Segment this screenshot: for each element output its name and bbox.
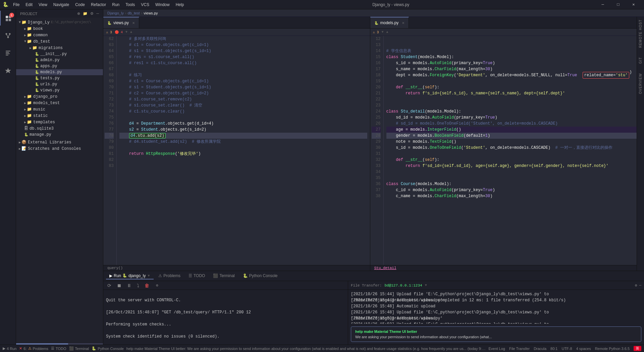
trans-5: [2021/10/26 15:50] Automatic upload bbox=[351, 315, 641, 321]
run-clear-button[interactable]: 🗑 bbox=[143, 282, 151, 289]
transfer-close-icon[interactable]: ─ bbox=[639, 283, 641, 288]
statusbar-theme[interactable]: Dracula bbox=[534, 347, 546, 351]
run-step-button[interactable]: ⤵ bbox=[136, 282, 141, 289]
activity-project[interactable]: 1 bbox=[0, 11, 16, 26]
left-collapse-icon[interactable]: ▲ bbox=[130, 30, 132, 34]
statusbar-terminal[interactable]: ⬛ Terminal bbox=[69, 346, 89, 351]
transfer-output: [2021/10/26 15:44] Upload file 'E:\C_pyt… bbox=[348, 290, 644, 324]
sidebar-item-tests[interactable]: 🐍 tests.py bbox=[16, 75, 103, 81]
python-console-tab[interactable]: 🐍 Python Console bbox=[239, 273, 281, 279]
new-file-icon[interactable]: ⊕ bbox=[77, 11, 80, 16]
minimize-button[interactable]: ─ bbox=[595, 0, 610, 9]
sidebar-item-static[interactable]: ▶ 📁 static bbox=[16, 113, 103, 119]
sidebar-item-admin[interactable]: 🐍 admin.py bbox=[16, 57, 103, 63]
statusbar-encoding[interactable]: UTF-8 bbox=[561, 347, 572, 351]
run-restart-button[interactable]: ⟳ bbox=[106, 282, 113, 289]
maximize-button[interactable]: □ bbox=[610, 0, 626, 9]
left-code-content[interactable]: # 多对多关联性问询 # c1 = Course.objects.get(c_i… bbox=[117, 36, 370, 265]
sidebar-item-music[interactable]: ▶ 📁 music bbox=[16, 106, 103, 113]
trans-4: [2021/10/26 15:48] Upload file 'E:\C_pyt… bbox=[351, 309, 641, 315]
right-code-content[interactable]: # 学生信息表 class Student(models.Model): s_i… bbox=[384, 36, 637, 265]
sidebar-item-templates[interactable]: ▶ 📁 templates bbox=[16, 119, 103, 125]
todo-tab[interactable]: ☰ TODO bbox=[185, 273, 208, 279]
problems-tab[interactable]: ⚠ Problems bbox=[155, 273, 184, 279]
statusbar-python-version[interactable]: Remote Python 3.6.5 bbox=[595, 347, 630, 351]
menu-file[interactable]: File bbox=[10, 2, 22, 8]
run-settings-icon[interactable]: ⚙ bbox=[156, 283, 158, 288]
statusbar-run[interactable]: ▶ 4 Run bbox=[3, 346, 16, 351]
new-folder-icon[interactable]: 📁 bbox=[83, 11, 88, 16]
menu-edit[interactable]: Edit bbox=[23, 2, 35, 8]
menu-help[interactable]: Help bbox=[173, 2, 187, 8]
sidebar-header: PROJECT ⊕ 📁 ⚙ ─ bbox=[16, 9, 103, 18]
close-button[interactable]: ✕ bbox=[626, 0, 641, 9]
run-tab[interactable]: ▶ Run 🐍 django_ly ▼ bbox=[106, 273, 154, 279]
left-tab-close[interactable]: ✕ bbox=[132, 21, 135, 25]
left-tab-views[interactable]: 🐍 views.py ✕ bbox=[103, 17, 139, 28]
git-label[interactable]: Git bbox=[639, 57, 642, 64]
statusbar-event-log[interactable]: Event Log bbox=[488, 347, 505, 351]
statusbar-indent[interactable]: 4 spaces bbox=[576, 347, 591, 351]
sidebar-item-django-pro[interactable]: ▶ 📁 django_pro bbox=[16, 93, 103, 100]
menu-vcs[interactable]: VCS bbox=[138, 2, 152, 8]
right-expand-icon[interactable]: ▼ bbox=[382, 30, 384, 34]
right-tab-models[interactable]: 🐍 models.py ✕ bbox=[370, 17, 409, 28]
sidebar-item-models-test[interactable]: ▶ 📁 models_test bbox=[16, 100, 103, 106]
window-title: Django_ly - views.py bbox=[372, 2, 409, 7]
sidebar-item-models[interactable]: 🐍 models.py bbox=[16, 69, 103, 75]
rcode-27: age = models.IntegerField() bbox=[386, 127, 637, 133]
sidebar-item-scratches[interactable]: ▶ 📝 Scratches and Consoles bbox=[16, 145, 103, 152]
code-line-70: # s1 = Student.objects.get(s_id=1) bbox=[119, 84, 367, 90]
sidebar-item-apps[interactable]: 🐍 apps.py bbox=[16, 63, 103, 69]
rcode-32: def __str__(self): bbox=[386, 157, 637, 163]
menu-tools[interactable]: Tools bbox=[123, 2, 138, 8]
activity-favorites[interactable] bbox=[0, 63, 16, 78]
menu-refactor[interactable]: Refactor bbox=[88, 2, 109, 8]
statusbar-ime[interactable]: 英 bbox=[634, 346, 641, 351]
overview-label[interactable]: Overview bbox=[639, 73, 642, 94]
statusbar-line-col[interactable]: 80:1 bbox=[550, 347, 557, 351]
transfer-settings-icon[interactable]: ⚙ bbox=[635, 283, 637, 288]
statusbar-todo[interactable]: ☰ TODO bbox=[51, 346, 66, 351]
menu-navigate[interactable]: Navigate bbox=[51, 2, 72, 8]
menu-code[interactable]: Code bbox=[72, 2, 88, 8]
activity-vcs[interactable] bbox=[0, 28, 16, 43]
menu-window[interactable]: Window bbox=[153, 2, 172, 8]
menu-view[interactable]: View bbox=[36, 2, 50, 8]
sidebar-item-views[interactable]: 🐍 views.py bbox=[16, 87, 103, 93]
sidebar-item-manage[interactable]: 🐍 manage.py bbox=[16, 132, 103, 138]
sidebar-item-common[interactable]: ▶ 📁 common bbox=[16, 32, 103, 38]
statusbar-python-console[interactable]: 🐍 Python Console bbox=[92, 346, 124, 351]
sidebar-item-db-test[interactable]: ▼ 📁 db_test bbox=[16, 38, 103, 45]
transfer-dropdown[interactable]: ▼ bbox=[425, 283, 427, 287]
tooltip-bubble[interactable]: help make Material Theme UI better We ar… bbox=[351, 326, 641, 342]
right-code-editor[interactable]: 1213141516 1718192021 2223242526 272829 … bbox=[370, 36, 637, 265]
collapse-icon[interactable]: ─ bbox=[96, 11, 99, 16]
run-config-dropdown[interactable]: ▼ bbox=[147, 274, 150, 277]
terminal-status-icon: ⬛ bbox=[69, 346, 74, 351]
sidebar-item-external-libs[interactable]: ▶ 📦 External Libraries bbox=[16, 139, 103, 145]
rcode-21: return f's_id={self.s_id}, s_name={self.… bbox=[386, 90, 637, 96]
settings-icon[interactable]: ⚙ bbox=[90, 11, 94, 16]
right-collapse-icon[interactable]: ▲ bbox=[386, 30, 388, 34]
run-stop-button[interactable]: ⏹ bbox=[115, 282, 123, 289]
sidebar-item-book[interactable]: ▶ 📁 book bbox=[16, 26, 103, 32]
sidebar-item-urls[interactable]: 🐍 urls.py bbox=[16, 81, 103, 87]
left-expand-icon[interactable]: ▼ bbox=[125, 30, 127, 34]
sidebar-item-init[interactable]: 🐍 __init__.py bbox=[16, 51, 103, 57]
folder-templates-label: templates bbox=[33, 120, 55, 125]
remote-host-label[interactable]: Remote Host bbox=[639, 19, 642, 48]
menu-run[interactable]: Run bbox=[109, 2, 122, 8]
rcode-36: class Course(models.Model): bbox=[386, 181, 637, 187]
activity-bar: 1 bbox=[0, 9, 16, 345]
sidebar-item-db[interactable]: 🗄 db.sqlite3 bbox=[16, 125, 103, 132]
statusbar-file-transfer[interactable]: File Transfer bbox=[509, 347, 530, 351]
sidebar-item-migrations[interactable]: ▶ 📁 migrations bbox=[16, 45, 103, 51]
statusbar-problems[interactable]: ✕ 6: ⚠ Problems bbox=[19, 346, 48, 351]
left-code-editor[interactable]: 6263646566 6768697071 7273747576 777879 … bbox=[103, 36, 370, 265]
terminal-tab[interactable]: ⬛ Terminal bbox=[210, 273, 238, 279]
tree-root[interactable]: ▼ 📁 Django_Ly E:\C_python\project\ bbox=[16, 19, 103, 26]
run-pause-button[interactable]: ⏸ bbox=[125, 282, 133, 289]
right-tab-close[interactable]: ✕ bbox=[402, 21, 405, 25]
activity-structure[interactable] bbox=[0, 46, 16, 60]
